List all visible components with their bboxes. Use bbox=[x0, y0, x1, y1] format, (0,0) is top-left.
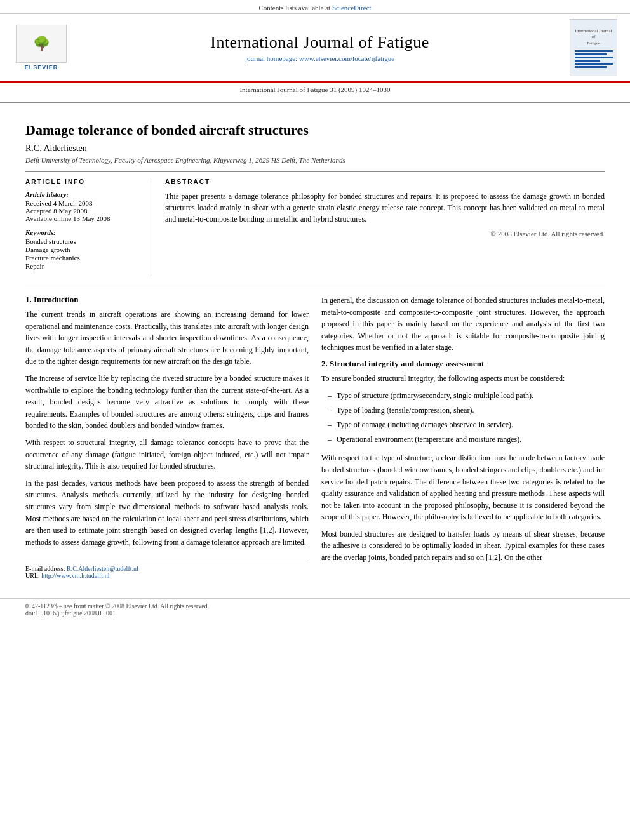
journal-center: International Journal of Fatigue journal… bbox=[70, 33, 570, 62]
elsevier-logo-box: 🌳 bbox=[16, 25, 67, 63]
article-info-col: ARTICLE INFO Article history: Received 4… bbox=[25, 178, 152, 276]
keyword-3: Fracture mechanics bbox=[25, 254, 142, 262]
abstract-text: This paper presents a damage tolerance p… bbox=[165, 190, 605, 225]
bullet-2: Type of loading (tensile/compression, sh… bbox=[328, 404, 605, 417]
section1-para1: The current trends in aircraft operation… bbox=[25, 309, 309, 368]
contents-text: Contents lists available at bbox=[258, 4, 330, 11]
section1-right-para1: In general, the discussion on damage tol… bbox=[321, 295, 605, 354]
url-link[interactable]: http://www.vm.lr.tudelft.nl bbox=[41, 572, 109, 579]
section1-heading: 1. Introduction bbox=[25, 295, 309, 305]
elsevier-logo: 🌳 ELSEVIER bbox=[13, 25, 70, 70]
bullet-4: Operational environment (temperature and… bbox=[328, 434, 605, 446]
received-date: Received 4 March 2008 bbox=[25, 199, 142, 207]
journal-homepage[interactable]: journal homepage: www.elsevier.com/locat… bbox=[70, 55, 570, 62]
thumb-line-1 bbox=[575, 50, 613, 52]
thumb-line-2 bbox=[575, 53, 607, 55]
email-link[interactable]: R.C.Alderliesten@tudelft.nl bbox=[67, 565, 138, 572]
keywords-section: Keywords: Bonded structures Damage growt… bbox=[25, 229, 142, 270]
section2-para2: Most bonded structures are designed to t… bbox=[321, 528, 605, 564]
abstract-col: ABSTRACT This paper presents a damage to… bbox=[165, 178, 605, 276]
journal-header: 🌳 ELSEVIER International Journal of Fati… bbox=[0, 14, 630, 83]
keywords-list: Bonded structures Damage growth Fracture… bbox=[25, 237, 142, 270]
journal-thumbnail: International Journal ofFatigue bbox=[570, 19, 617, 76]
url-label: URL: bbox=[25, 572, 40, 579]
keywords-label: Keywords: bbox=[25, 229, 142, 236]
article-affiliation: Delft University of Technology, Faculty … bbox=[25, 156, 605, 164]
journal-title: International Journal of Fatigue bbox=[70, 33, 570, 52]
abstract-header: ABSTRACT bbox=[165, 178, 605, 185]
volume-info: International Journal of Fatigue 31 (200… bbox=[0, 83, 630, 96]
page-footer: 0142-1123/$ – see front matter © 2008 El… bbox=[0, 598, 630, 620]
bullet-1: Type of structure (primary/secondary, si… bbox=[328, 390, 605, 402]
available-date: Available online 13 May 2008 bbox=[25, 215, 142, 222]
section2-bullets: Type of structure (primary/secondary, si… bbox=[328, 390, 605, 446]
section2-para1: With respect to the type of structure, a… bbox=[321, 452, 605, 523]
footer-doi: doi:10.1016/j.ijfatigue.2008.05.001 bbox=[25, 610, 605, 617]
article-info-header: ARTICLE INFO bbox=[25, 178, 142, 185]
thumb-line-4 bbox=[575, 60, 600, 62]
email-label: E-mail address: bbox=[25, 565, 65, 572]
info-abstract-section: ARTICLE INFO Article history: Received 4… bbox=[25, 178, 605, 276]
thumb-line-6 bbox=[575, 66, 607, 68]
footnote-area: E-mail address: R.C.Alderliesten@tudelft… bbox=[25, 561, 309, 579]
thumb-line-3 bbox=[575, 57, 613, 58]
footer-issn: 0142-1123/$ – see front matter © 2008 El… bbox=[25, 603, 605, 610]
keyword-4: Repair bbox=[25, 262, 142, 270]
keyword-1: Bonded structures bbox=[25, 237, 142, 245]
section2-heading: 2. Structural integrity and damage asses… bbox=[321, 359, 605, 369]
elsevier-tree-icon: 🌳 bbox=[33, 37, 50, 51]
article-author: R.C. Alderliesten bbox=[25, 143, 605, 154]
thumb-line-5 bbox=[575, 63, 613, 65]
top-bar: Contents lists available at ScienceDirec… bbox=[0, 0, 630, 14]
accepted-date: Accepted 8 May 2008 bbox=[25, 207, 142, 215]
section1-para3: With respect to structural integrity, al… bbox=[25, 437, 309, 472]
bullet-3: Type of damage (including damages observ… bbox=[328, 419, 605, 431]
section1-para4: In the past decades, various methods hav… bbox=[25, 477, 309, 549]
history-label: Article history: bbox=[25, 190, 142, 198]
thumb-lines bbox=[575, 49, 613, 69]
copyright-line: © 2008 Elsevier Ltd. All rights reserved… bbox=[165, 230, 605, 237]
section2-intro: To ensure bonded structural integrity, t… bbox=[321, 373, 605, 385]
keyword-2: Damage growth bbox=[25, 246, 142, 253]
body-left-col: 1. Introduction The current trends in ai… bbox=[25, 295, 309, 579]
body-right-col: In general, the discussion on damage tol… bbox=[321, 295, 605, 579]
article-title: Damage tolerance of bonded aircraft stru… bbox=[25, 122, 605, 138]
elsevier-label: ELSEVIER bbox=[25, 64, 58, 70]
article-wrapper: Damage tolerance of bonded aircraft stru… bbox=[0, 109, 630, 592]
thumb-title: International Journal ofFatigue bbox=[570, 26, 617, 48]
sciencedirect-link[interactable]: ScienceDirect bbox=[332, 4, 372, 11]
history-section: Article history: Received 4 March 2008 A… bbox=[25, 190, 142, 222]
section1-para2: The increase of service life by replacin… bbox=[25, 373, 309, 432]
body-columns: 1. Introduction The current trends in ai… bbox=[25, 295, 605, 579]
